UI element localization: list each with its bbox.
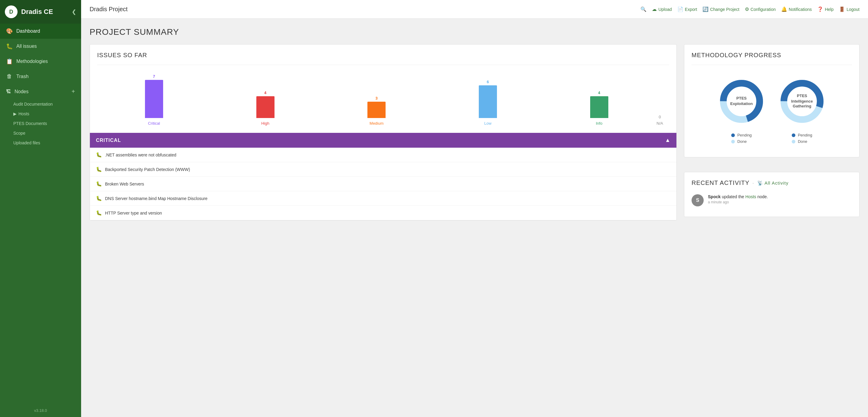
activity-heading: RECENT ACTIVITY - 📡 All Activity <box>691 180 852 186</box>
sidebar-item-audit-documentation[interactable]: Audit Documentation <box>0 99 81 109</box>
all-issues-icon: 🐛 <box>6 43 13 50</box>
bar-group-critical[interactable]: 7 Critical <box>100 74 208 126</box>
bar-low[interactable] <box>479 85 497 118</box>
bar-critical[interactable] <box>145 80 163 118</box>
export-button[interactable]: 📄 Export <box>677 6 697 12</box>
pending-dot-intel <box>792 133 795 137</box>
cards-row: ISSUES SO FAR 7 Critical 4 <box>90 44 860 221</box>
donut-chart-intelligence: PTES Intelligence Gathering <box>778 77 826 126</box>
search-button[interactable]: 🔍 <box>641 6 647 12</box>
sidebar-item-label: Dashboard <box>17 28 40 34</box>
issue-item-1[interactable]: 🐛 .NET assemblies were not obfuscated <box>90 148 676 162</box>
bug-icon-3: 🐛 <box>96 181 102 187</box>
notifications-button[interactable]: 🔔 Notifications <box>781 6 812 12</box>
sidebar-item-scope[interactable]: Scope <box>0 128 81 138</box>
bar-high[interactable] <box>256 96 275 118</box>
bar-info[interactable] <box>590 96 608 118</box>
donut-label-line3-intel: Gathering <box>793 104 811 108</box>
upload-icon: ☁ <box>652 6 657 12</box>
sidebar-item-uploaded-files[interactable]: Uploaded files <box>0 138 81 148</box>
sidebar-item-trash[interactable]: 🗑 Trash <box>0 69 81 84</box>
bar-value-medium: 3 <box>376 96 378 100</box>
donut-row: PTES Exploitation Pending <box>691 71 852 150</box>
bar-group-medium[interactable]: 3 Medium <box>322 96 430 126</box>
legend-exploitation: Pending Done <box>731 133 752 144</box>
bar-label-medium: Medium <box>370 121 383 126</box>
legend-intelligence: Pending Done <box>792 133 812 144</box>
dashboard-icon: 🎨 <box>6 28 13 34</box>
nodes-icon: 🏗 <box>6 89 11 94</box>
activity-time-1: a minute ago <box>708 200 768 204</box>
issue-text-2: Backported Security Patch Detection (WWW… <box>105 167 190 172</box>
bar-group-info[interactable]: 4 Info <box>546 91 653 126</box>
sidebar-item-all-issues[interactable]: 🐛 All issues <box>0 39 81 54</box>
issues-card-inner: ISSUES SO FAR 7 Critical 4 <box>90 44 676 133</box>
critical-section-header[interactable]: CRITICAL ▲ <box>90 133 676 148</box>
bar-medium[interactable] <box>367 102 385 118</box>
main-area: Dradis Project 🔍 ☁ Upload 📄 Export 🔄 Cha… <box>81 0 868 417</box>
content-area: PROJECT SUMMARY ISSUES SO FAR 7 Critical <box>81 19 868 417</box>
sidebar-item-hosts[interactable]: ▶ Hosts <box>0 109 81 119</box>
bug-icon-4: 🐛 <box>96 195 102 201</box>
done-label-intel: Done <box>798 139 807 144</box>
activity-avatar-1: S <box>691 194 704 206</box>
critical-title: CRITICAL <box>96 138 121 143</box>
legend-pending-exploitation: Pending <box>731 133 752 137</box>
search-icon: 🔍 <box>641 6 647 12</box>
bug-icon-2: 🐛 <box>96 166 102 172</box>
issue-item-3[interactable]: 🐛 Broken Web Servers <box>90 177 676 191</box>
issues-heading: ISSUES SO FAR <box>97 52 669 59</box>
donut-label-line1-intel: PTES <box>797 94 807 98</box>
bar-label-low: Low <box>484 121 492 126</box>
all-activity-link[interactable]: 📡 All Activity <box>757 180 789 186</box>
sidebar-item-label: All issues <box>17 43 37 49</box>
logout-button[interactable]: 🚪 Logout <box>839 6 860 12</box>
critical-toggle-icon[interactable]: ▲ <box>665 137 670 143</box>
bar-value-high: 4 <box>264 91 266 95</box>
activity-content-1: Spock updated the Hosts node. a minute a… <box>708 194 768 204</box>
issue-item-2[interactable]: 🐛 Backported Security Patch Detection (W… <box>90 162 676 177</box>
nodes-add-button[interactable]: + <box>71 88 75 95</box>
issue-item-4[interactable]: 🐛 DNS Server hostname.bind Map Hostname … <box>90 191 676 206</box>
issue-text-4: DNS Server hostname.bind Map Hostname Di… <box>105 196 207 201</box>
done-dot-intel <box>792 140 795 143</box>
donut-label-line2-exploitation: Exploitation <box>730 101 753 106</box>
critical-issues-list: 🐛 .NET assemblies were not obfuscated 🐛 … <box>90 148 676 220</box>
change-project-button[interactable]: 🔄 Change Project <box>703 6 739 12</box>
sidebar-section-nodes[interactable]: 🏗 Nodes + <box>0 84 81 99</box>
help-icon: ❓ <box>817 6 823 12</box>
pending-label: Pending <box>737 133 752 137</box>
sidebar-item-ptes-documents[interactable]: PTES Documents <box>0 119 81 128</box>
nodes-label: Nodes <box>14 89 28 94</box>
bar-group-high[interactable]: 4 High <box>212 91 319 126</box>
bar-value-low: 6 <box>487 79 489 84</box>
page-title: PROJECT SUMMARY <box>90 27 860 37</box>
bar-group-na: 0 N/A <box>656 71 663 126</box>
logo-text: D <box>9 9 13 15</box>
sidebar-nav: 🎨 Dashboard 🐛 All issues 📋 Methodologies… <box>0 24 81 148</box>
issues-card: ISSUES SO FAR 7 Critical 4 <box>90 44 677 221</box>
configuration-icon: ⚙ <box>745 6 749 12</box>
sidebar-item-dashboard[interactable]: 🎨 Dashboard <box>0 24 81 39</box>
sidebar-item-methodologies[interactable]: 📋 Methodologies <box>0 54 81 69</box>
trash-icon: 🗑 <box>6 73 13 79</box>
sidebar-header: D Dradis CE ❮ <box>0 0 81 24</box>
activity-target-link-1[interactable]: Hosts <box>745 194 757 199</box>
activity-divider: - <box>752 181 754 186</box>
methodology-heading: METHODOLOGY PROGRESS <box>691 52 852 59</box>
topbar-actions: 🔍 ☁ Upload 📄 Export 🔄 Change Project ⚙ C… <box>641 6 860 12</box>
donut-ptes-exploitation: PTES Exploitation Pending <box>717 77 766 144</box>
activity-target-1: Hosts <box>745 194 756 199</box>
donut-label-line1-exploitation: PTES <box>736 96 747 100</box>
sidebar-item-label: Methodologies <box>17 59 48 64</box>
hosts-arrow-icon: ▶ <box>13 111 17 116</box>
help-button[interactable]: ❓ Help <box>817 6 834 12</box>
configuration-button[interactable]: ⚙ Configuration <box>745 6 776 12</box>
bar-value-info: 4 <box>598 91 600 95</box>
upload-button[interactable]: ☁ Upload <box>652 6 672 12</box>
methodologies-icon: 📋 <box>6 58 13 65</box>
sidebar-collapse-button[interactable]: ❮ <box>72 8 76 15</box>
issue-item-5[interactable]: 🐛 HTTP Server type and version <box>90 206 676 220</box>
bar-group-low[interactable]: 6 Low <box>434 79 542 126</box>
notifications-icon: 🔔 <box>781 6 787 12</box>
